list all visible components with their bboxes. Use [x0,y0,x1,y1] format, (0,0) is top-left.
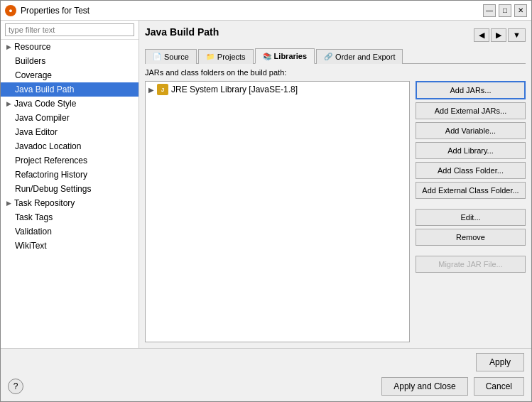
sidebar-item-java-editor[interactable]: Java Editor [1,125,139,139]
expand-icon: ▶ [6,100,11,107]
navigation-arrows: ◀ ▶ ▼ [474,28,526,42]
sidebar-item-label: Builders [15,56,45,66]
order-export-tab-icon: 🔗 [324,53,332,60]
title-bar-left: ● Properties for Test [5,5,89,16]
sidebar-item-task-repository[interactable]: ▶ Task Repository [1,196,139,210]
bottom-buttons: ? Apply and Close Cancel [1,374,531,401]
sidebar-item-label: Coverage [15,70,52,80]
tab-projects-label: Projects [217,53,246,61]
tab-order-export-label: Order and Export [335,53,395,61]
main-content: Java Build Path ◀ ▶ ▼ 📄 Source 📁 Project… [139,21,531,348]
nav-dropdown-button[interactable]: ▼ [508,28,526,42]
sidebar-item-wikitext[interactable]: WikiText [1,239,139,253]
apply-bar: Apply [1,349,531,374]
window-controls: — □ ✕ [483,4,527,17]
sidebar-item-label: Java Code Style [14,99,76,109]
sidebar-item-resource[interactable]: ▶ Resource [1,40,139,54]
window-body: ▶ Resource Builders Coverage Java Build … [1,21,531,348]
sidebar-item-label: WikiText [15,241,47,251]
page-header: Java Build Path ◀ ▶ ▼ [145,26,526,43]
remove-button[interactable]: Remove [416,229,526,246]
add-library-button[interactable]: Add Library... [416,142,526,159]
tab-order-export[interactable]: 🔗 Order and Export [316,49,403,64]
sidebar-item-java-build-path[interactable]: Java Build Path [1,82,139,97]
sidebar-item-project-references[interactable]: Project References [1,153,139,168]
sidebar-item-label: Java Compiler [15,113,70,123]
help-button[interactable]: ? [8,379,23,394]
sidebar-item-label: Java Build Path [15,85,74,94]
tab-projects[interactable]: 📁 Projects [198,49,254,64]
build-path-body: ▶ J JRE System Library [JavaSE-1.8] Add … [145,81,526,342]
sidebar-item-java-compiler[interactable]: Java Compiler [1,111,139,125]
add-external-class-folder-button[interactable]: Add External Class Folder... [416,182,526,199]
sidebar-item-label: Validation [15,227,52,237]
edit-button[interactable]: Edit... [416,209,526,226]
sidebar-item-label: Resource [14,42,50,52]
sidebar-item-validation[interactable]: Validation [1,224,139,239]
minimize-button[interactable]: — [483,4,496,17]
sidebar-item-label: Run/Debug Settings [15,184,91,194]
sidebar-item-list: ▶ Resource Builders Coverage Java Build … [1,40,139,348]
window-title: Properties for Test [21,6,89,16]
apply-button[interactable]: Apply [476,353,524,371]
tree-item-jre[interactable]: ▶ J JRE System Library [JavaSE-1.8] [146,82,409,97]
libraries-tab-icon: 📚 [263,53,271,60]
sidebar-item-refactoring-history[interactable]: Refactoring History [1,168,139,182]
migrate-jar-button[interactable]: Migrate JAR File... [416,256,526,273]
tab-libraries[interactable]: 📚 Libraries [255,48,315,64]
tabs-bar: 📄 Source 📁 Projects 📚 Libraries 🔗 Order … [145,48,526,64]
nav-forward-button[interactable]: ▶ [491,28,506,42]
add-class-folder-button[interactable]: Add Class Folder... [416,162,526,179]
source-tab-icon: 📄 [153,53,161,60]
maximize-button[interactable]: □ [499,4,511,17]
title-bar: ● Properties for Test — □ ✕ [1,1,531,21]
cancel-button[interactable]: Cancel [474,377,524,396]
sidebar-item-task-tags[interactable]: Task Tags [1,210,139,224]
filter-bar [1,21,139,40]
sidebar-item-label: Task Repository [14,198,75,208]
projects-tab-icon: 📁 [206,53,215,60]
sidebar-item-javadoc-location[interactable]: Javadoc Location [1,139,139,153]
sidebar: ▶ Resource Builders Coverage Java Build … [1,21,139,348]
sidebar-item-label: Java Editor [15,127,58,137]
add-variable-button[interactable]: Add Variable... [416,122,526,139]
app-icon: ● [5,5,16,16]
expand-icon: ▶ [6,200,11,207]
sidebar-item-builders[interactable]: Builders [1,54,139,68]
expand-icon: ▶ [6,43,11,50]
apply-close-button[interactable]: Apply and Close [381,377,467,396]
sidebar-item-label: Refactoring History [15,170,87,180]
add-external-jars-button[interactable]: Add External JARs... [416,102,526,119]
action-buttons-panel: Add JARs... Add External JARs... Add Var… [416,81,526,342]
window-footer: Apply ? Apply and Close Cancel [1,348,531,401]
sidebar-item-java-code-style[interactable]: ▶ Java Code Style [1,97,139,111]
sidebar-item-label: Javadoc Location [15,141,81,151]
nav-back-button[interactable]: ◀ [474,28,489,42]
page-title: Java Build Path [145,26,219,38]
tab-source[interactable]: 📄 Source [145,49,197,64]
jar-icon: J [157,84,168,95]
bottom-right-buttons: Apply and Close Cancel [381,377,524,396]
close-button[interactable]: ✕ [514,4,527,17]
tab-source-label: Source [164,53,189,61]
build-path-label: JARs and class folders on the build path… [145,68,526,77]
jars-tree-panel: ▶ J JRE System Library [JavaSE-1.8] [145,81,410,342]
sidebar-item-label: Task Tags [15,212,53,222]
add-jars-button[interactable]: Add JARs... [416,81,526,99]
properties-window: ● Properties for Test — □ ✕ ▶ Resource B… [0,0,532,402]
tree-item-label: JRE System Library [JavaSE-1.8] [171,85,298,94]
sidebar-item-run-debug-settings[interactable]: Run/Debug Settings [1,182,139,196]
sidebar-item-coverage[interactable]: Coverage [1,68,139,82]
tree-expand-icon: ▶ [148,86,154,94]
sidebar-item-label: Project References [15,156,87,165]
tab-libraries-label: Libraries [274,52,307,60]
filter-input[interactable] [5,23,134,36]
